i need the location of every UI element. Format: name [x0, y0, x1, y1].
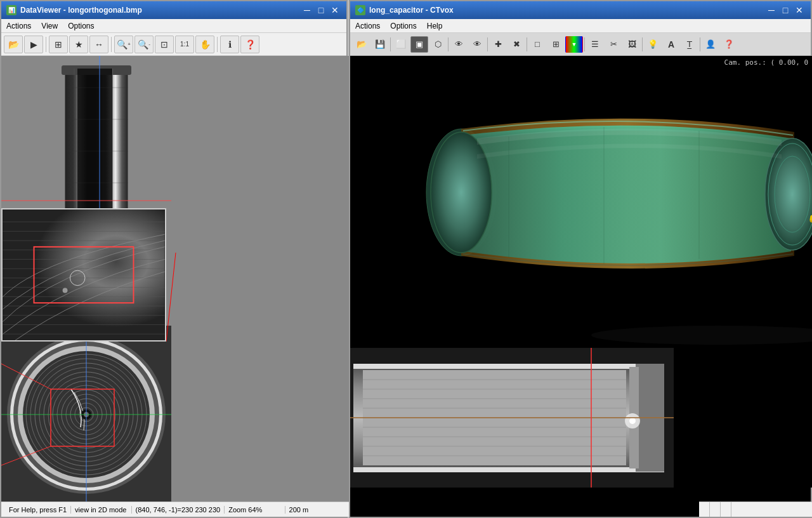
right-maximize-button[interactable]: □ — [779, 4, 792, 17]
rt-light-button[interactable]: 💡 — [644, 36, 662, 53]
left-maximize-button[interactable]: □ — [315, 4, 327, 17]
measure-button[interactable]: ↔ — [89, 36, 108, 53]
svg-point-96 — [629, 418, 636, 424]
status-zoom: Zoom 64% — [225, 506, 285, 514]
rt-clip-button[interactable]: ▣ — [410, 36, 428, 53]
left-window-title: DataViewer - longorthogonal.bmp — [20, 6, 142, 15]
left-window-controls: ─ □ ✕ — [301, 4, 341, 17]
scan-panel-bottom-left — [1, 326, 171, 504]
rs-empty3 — [721, 502, 731, 517]
rs-empty2 — [710, 502, 721, 517]
rs-empty1 — [699, 502, 710, 517]
left-menu-view[interactable]: View — [36, 20, 63, 32]
rt-save-button[interactable]: 💾 — [371, 36, 389, 53]
rt-volume-button[interactable]: ⬜ — [392, 36, 410, 53]
left-menu-actions[interactable]: Actions — [1, 20, 36, 32]
rt-snapshot-button[interactable]: 🖼 — [623, 36, 641, 53]
svg-rect-81 — [353, 364, 664, 369]
toolbar-sep-2 — [111, 37, 112, 52]
zoom-in-button[interactable]: 🔍+ — [114, 36, 133, 53]
fit-button[interactable]: ⊡ — [155, 36, 174, 53]
right-menu-help[interactable]: Help — [422, 20, 448, 32]
viewport-3d[interactable]: Cam. pos.: ( 0.00, 0 — [350, 56, 812, 348]
rt-color-button[interactable]: ▼ — [565, 36, 583, 53]
scan-bottom-left-image — [1, 326, 171, 504]
open-button[interactable]: 📂 — [4, 36, 23, 53]
right-close-button[interactable]: ✕ — [793, 4, 806, 17]
rt-user-button[interactable]: 👤 — [702, 36, 719, 53]
rt-sep-7 — [700, 37, 700, 51]
left-app-icon: 📊 — [6, 5, 16, 15]
svg-rect-82 — [353, 467, 664, 472]
rt-sep-6 — [642, 37, 643, 51]
rt-add-button[interactable]: ✚ — [489, 36, 507, 53]
toolbar-sep-3 — [217, 37, 218, 52]
pan-button[interactable]: ✋ — [195, 36, 214, 53]
left-menu-options[interactable]: Options — [63, 20, 99, 32]
rt-text-button[interactable]: T̲ — [681, 36, 698, 53]
right-statusbar — [699, 501, 812, 517]
rt-sep-3 — [487, 37, 488, 51]
actual-size-button[interactable]: 1:1 — [175, 36, 194, 53]
right-window-controls: ─ □ ✕ — [765, 4, 806, 17]
left-statusbar: For Help, press F1 view in 2D mode (840,… — [1, 501, 349, 517]
right-minimize-button[interactable]: ─ — [765, 4, 778, 17]
rt-sep-5 — [584, 37, 585, 51]
zoom-out-button[interactable]: 🔍- — [134, 36, 154, 53]
rt-sep-2 — [448, 37, 449, 51]
rt-sep-1 — [390, 37, 391, 51]
rt-sep-4 — [527, 37, 527, 51]
svg-rect-1 — [3, 209, 164, 340]
magnification-panel — [1, 208, 166, 342]
right-menu-options[interactable]: Options — [385, 20, 421, 32]
right-window: 🔷 long_capacitor - CTvox ─ □ ✕ Actions O… — [349, 0, 812, 518]
status-help: For Help, press F1 — [5, 506, 71, 514]
panel-button[interactable]: ⊞ — [49, 36, 68, 53]
svg-point-16 — [63, 288, 68, 293]
cam-pos-area — [674, 348, 812, 488]
rt-annotation-button[interactable]: A — [662, 36, 680, 53]
info-button[interactable]: ℹ — [220, 36, 239, 53]
mag-panel-image — [3, 209, 165, 340]
play-button[interactable]: ▶ — [24, 36, 43, 53]
rt-visibility-button[interactable]: 👁 — [450, 36, 468, 53]
rt-mesh-button[interactable]: ⬡ — [429, 36, 447, 53]
left-toolbar: 📂 ▶ ⊞ ★ ↔ 🔍+ 🔍- ⊡ 1:1 ✋ ℹ ❓ — [1, 33, 346, 56]
left-window: 📊 DataViewer - longorthogonal.bmp ─ □ ✕ … — [0, 0, 348, 518]
left-content — [1, 56, 349, 504]
rt-frame-button[interactable]: ⊞ — [547, 36, 565, 53]
rt-help-button[interactable]: ❓ — [720, 36, 738, 53]
rt-list-button[interactable]: ☰ — [586, 36, 604, 53]
svg-point-71 — [431, 132, 492, 253]
rt-open-button[interactable]: 📂 — [353, 36, 370, 53]
right-app-icon: 🔷 — [355, 5, 365, 15]
status-coords: (840, 746, -1)=230 230 230 — [132, 506, 225, 514]
help-pointer-button[interactable]: ❓ — [240, 36, 259, 53]
rt-box-button[interactable]: □ — [528, 36, 546, 53]
bottom-panels-row — [350, 348, 812, 488]
bottom-scan-image — [350, 348, 674, 488]
right-menubar: Actions Options Help — [350, 19, 811, 33]
right-menu-actions[interactable]: Actions — [350, 20, 385, 32]
left-minimize-button[interactable]: ─ — [301, 4, 313, 17]
status-mode: view in 2D mode — [71, 506, 131, 514]
left-menubar: Actions View Options — [1, 19, 346, 33]
bottom-right-scan — [350, 348, 674, 488]
rt-cut-button[interactable]: ✂ — [605, 36, 622, 53]
rs-empty4 — [731, 502, 742, 517]
left-titlebar: 📊 DataViewer - longorthogonal.bmp ─ □ ✕ — [1, 1, 346, 19]
3d-capacitor-render — [350, 56, 812, 348]
rt-remove-button[interactable]: ✖ — [508, 36, 525, 53]
rt-visibility2-button[interactable]: 👁 — [468, 36, 486, 53]
right-toolbar: 📂 💾 ⬜ ▣ ⬡ 👁 👁 ✚ ✖ □ ⊞ ▼ ☰ ✂ 🖼 💡 A T̲ 👤 ❓ — [350, 33, 811, 56]
toolbar-sep-1 — [46, 37, 46, 52]
status-scale: 200 m — [285, 506, 345, 514]
right-window-title: long_capacitor - CTvox — [369, 6, 454, 15]
right-titlebar: 🔷 long_capacitor - CTvox ─ □ ✕ — [350, 1, 811, 19]
favorite-button[interactable]: ★ — [69, 36, 88, 53]
cam-pos-label: Cam. pos.: ( 0.00, 0 — [724, 58, 808, 67]
left-close-button[interactable]: ✕ — [329, 4, 341, 17]
